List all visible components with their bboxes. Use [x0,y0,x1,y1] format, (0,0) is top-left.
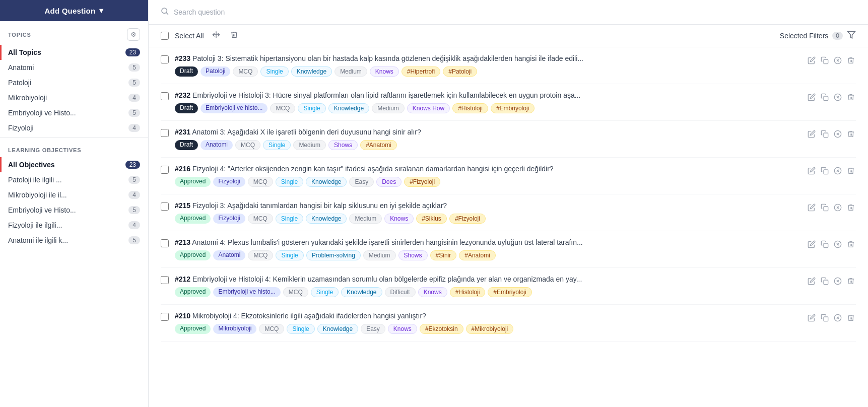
svg-rect-30 [824,317,828,321]
topics-gear-button[interactable]: ⚙ [127,28,140,41]
edit-button-4[interactable] [807,202,817,215]
edit-button-5[interactable] [807,239,817,251]
question-checkbox-5[interactable] [161,239,169,247]
sidebar-objective-label: All Objectives [8,161,55,169]
cancel-button-4[interactable] [833,202,843,215]
move-icon-button[interactable] [210,30,222,42]
edit-button-6[interactable] [807,276,817,288]
tag-hash-8: #Embriyoloji [491,103,535,113]
tag-easy-5: Easy [361,324,385,334]
delete-button-1[interactable] [846,92,856,104]
tag-does-6: Does [376,177,402,187]
sidebar-topic-item-4[interactable]: Embriyoloji ve Histo...5 [0,105,148,120]
question-checkbox-0[interactable] [161,55,169,63]
sidebar-topic-badge: 23 [125,48,140,56]
tag-hash-8: #Anatomi [459,250,496,260]
question-content-1: #232 Embriyoloji ve Histoloji 3: Hücre s… [175,91,800,113]
sidebar-topic-item-1[interactable]: Anatomi5 [0,60,148,75]
sidebar-objective-item-0[interactable]: All Objectives23 [0,157,148,172]
main-content: Select All Selected Filters 0 #233 Patol… [149,0,868,407]
sidebar-topic-item-0[interactable]: All Topics23 [0,45,148,60]
delete-button-0[interactable] [846,55,856,67]
questions-list: #233 Patoloji 3: Sistematik hipertansiyo… [149,47,868,407]
sidebar-objective-item-3[interactable]: Embriyoloji ve Histo...5 [0,202,148,218]
copy-button-0[interactable] [820,55,830,67]
copy-button-7[interactable] [820,313,830,325]
question-tags-4: ApprovedFizyolojiMCQSingleKnowledgeMediu… [175,214,800,224]
tag-single-3: Single [276,250,303,260]
cancel-button-6[interactable] [833,276,843,288]
cancel-button-2[interactable] [833,129,843,141]
sidebar-topic-item-3[interactable]: Mikrobiyoloji4 [0,90,148,105]
question-title-3: #216 Fizyoloji 4: "Arterler oksijenden z… [175,165,800,173]
tag-approved-0: Approved [175,287,211,297]
copy-button-2[interactable] [820,129,830,141]
sidebar-objective-item-1[interactable]: Patoloji ile ilgili ...5 [0,172,148,187]
tag-topic-1: Anatomi [213,250,245,260]
edit-button-2[interactable] [807,129,817,141]
delete-button-7[interactable] [846,313,856,325]
edit-button-3[interactable] [807,166,817,178]
tag-single-3: Single [263,140,291,150]
edit-button-1[interactable] [807,92,817,104]
question-actions-5 [807,239,856,251]
delete-icon-button[interactable] [228,30,240,42]
question-number-0: #233 [175,54,190,62]
delete-button-3[interactable] [846,166,856,178]
edit-button-7[interactable] [807,313,817,325]
sidebar-objective-item-5[interactable]: Anatomi ile ilgili k...5 [0,233,148,248]
question-row: #213 Anatomi 4: Plexus lumbalis'i göster… [161,231,856,268]
question-number-5: #213 [175,238,190,246]
sidebar-topic-label: Embriyoloji ve Histo... [8,109,76,117]
sidebar-objective-label: Anatomi ile ilgili k... [8,236,68,244]
question-content-4: #215 Fizyoloji 3: Aşağıdaki tanımlardan … [175,201,800,224]
select-all-checkbox[interactable] [161,32,169,40]
cancel-button-5[interactable] [833,239,843,251]
add-question-button[interactable]: Add Question ▾ [0,0,148,21]
tag-knowledge-4: Knowledge [306,177,347,187]
tag-hash-7: #Histoloji [452,103,488,113]
delete-button-4[interactable] [846,202,856,215]
question-checkbox-3[interactable] [161,166,169,174]
copy-button-1[interactable] [820,92,830,104]
cancel-button-0[interactable] [833,55,843,67]
question-row: #215 Fizyoloji 3: Aşağıdaki tanımlardan … [161,194,856,231]
sidebar-topic-badge: 5 [128,79,140,87]
search-input[interactable] [174,8,856,16]
cancel-button-7[interactable] [833,313,843,325]
question-checkbox-2[interactable] [161,129,169,137]
edit-button-0[interactable] [807,55,817,67]
question-content-7: #210 Mikrobiyoloji 4: Ekzotoksinlerle il… [175,312,800,334]
delete-button-2[interactable] [846,129,856,141]
question-checkbox-4[interactable] [161,202,169,211]
copy-button-4[interactable] [820,202,830,215]
sidebar-objective-item-2[interactable]: Mikrobiyoloji ile il...4 [0,187,148,202]
tag-single-3: Single [298,103,325,113]
question-row: #232 Embriyoloji ve Histoloji 3: Hücre s… [161,84,856,121]
delete-button-6[interactable] [846,276,856,288]
question-content-0: #233 Patoloji 3: Sistematik hipertansiyo… [175,54,800,77]
add-question-label: Add Question [45,7,96,15]
sidebar-objective-item-4[interactable]: Fizyoloji ile ilgili...4 [0,218,148,233]
cancel-button-3[interactable] [833,166,843,178]
question-content-6: #212 Embriyoloji ve Histoloji 4: Kemikle… [175,275,800,297]
cancel-button-1[interactable] [833,92,843,104]
copy-button-5[interactable] [820,239,830,251]
sidebar-objective-label: Patoloji ile ilgili ... [8,176,62,184]
question-checkbox-7[interactable] [161,313,169,321]
tag-mcq-2: MCQ [248,250,273,260]
filter-icon-button[interactable] [847,30,856,41]
copy-button-3[interactable] [820,166,830,178]
tag-medium-5: Medium [349,214,382,224]
tag-topic-1: Mikrobiyoloji [213,324,256,334]
tag-mcq-2: MCQ [259,324,284,334]
sidebar-topic-item-2[interactable]: Patoloji5 [0,75,148,90]
question-checkbox-1[interactable] [161,92,169,100]
question-row: #216 Fizyoloji 4: "Arterler oksijenden z… [161,158,856,194]
delete-button-5[interactable] [846,239,856,251]
copy-button-6[interactable] [820,276,830,288]
question-number-3: #216 [175,165,190,173]
question-number-6: #212 [175,275,190,283]
question-checkbox-6[interactable] [161,276,169,284]
sidebar-topic-item-5[interactable]: Fizyoloji4 [0,120,148,135]
